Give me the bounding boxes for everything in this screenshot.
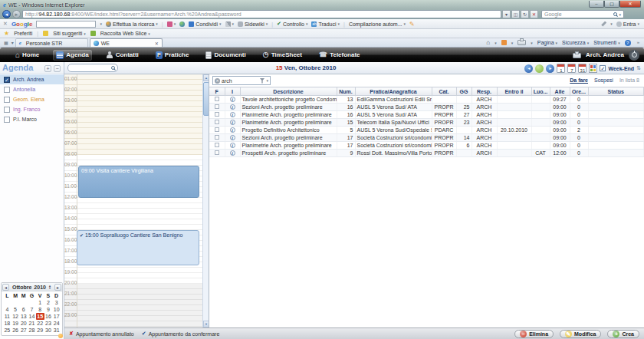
resp-cell[interactable]: ARCH: [472, 134, 497, 142]
nav-item-agenda[interactable]: Agenda: [53, 50, 91, 61]
mini-calendar-day[interactable]: 11: [3, 313, 12, 320]
resp-cell[interactable]: ARCH: [472, 104, 497, 111]
mini-calendar-day[interactable]: 1: [36, 299, 44, 306]
dropdown-caret-icon[interactable]: ▾: [610, 21, 613, 26]
compatibility-icon[interactable]: ◫: [511, 10, 520, 18]
print-icon[interactable]: [518, 40, 526, 45]
gg-cell[interactable]: [456, 127, 472, 134]
bookmark-add-button[interactable]: ▾: [167, 21, 176, 27]
mini-calendar-day[interactable]: 14: [28, 313, 36, 320]
flag-cell[interactable]: [209, 111, 225, 119]
mini-calendar-day[interactable]: [12, 299, 20, 306]
ore-cell[interactable]: 0: [570, 96, 588, 104]
info-icon[interactable]: i: [230, 104, 235, 110]
status-cell[interactable]: [588, 127, 644, 134]
url-field[interactable]: http://94.82.180.68:8400/WE/index.html?s…: [22, 10, 501, 18]
table-row[interactable]: iPlanimetrie Arch. progetto preliminare1…: [209, 111, 644, 119]
maximize-button[interactable]: ▢: [604, 1, 619, 8]
descrizione-cell[interactable]: Planimetrie Arch. progetto preliminare: [240, 111, 337, 119]
sidewiki-button[interactable]: Sidewiki▾: [238, 21, 268, 27]
num-cell[interactable]: 17: [337, 134, 355, 142]
highlighter-pen-icon[interactable]: ✎: [409, 21, 415, 28]
clear-filter-icon[interactable]: ✕: [215, 78, 220, 84]
column-header[interactable]: Cat.: [432, 87, 456, 96]
mini-calendar-day[interactable]: 6: [19, 306, 28, 313]
unchecked-checkbox-icon[interactable]: [4, 87, 10, 93]
search-dropdown-icon[interactable]: ▾: [619, 11, 621, 18]
flag-cell[interactable]: [209, 104, 225, 111]
mini-calendar-day[interactable]: 10: [52, 306, 61, 313]
alle-cell[interactable]: 09:00: [550, 142, 570, 150]
num-cell[interactable]: 15: [337, 119, 355, 127]
info-icon[interactable]: i: [230, 120, 235, 125]
tasks-link-da-fare[interactable]: Da fare: [570, 77, 588, 83]
pratica-cell[interactable]: AUSL 5 Verona Sud/Ospedale S.Anna: [355, 127, 432, 134]
num-cell[interactable]: 16: [337, 104, 355, 111]
calendar-event[interactable]: ✔15:00 Sopralluogo Cantiere San Benigno: [77, 230, 199, 265]
info-cell[interactable]: i: [225, 127, 240, 134]
info-icon[interactable]: i: [230, 112, 235, 117]
ore-cell[interactable]: 2: [570, 127, 588, 134]
alle-cell[interactable]: 09:00: [550, 111, 570, 119]
condividi-button[interactable]: Condividi▾: [189, 21, 221, 27]
dropdown-caret-icon[interactable]: ▾: [531, 41, 533, 45]
pagina-menu[interactable]: Pagina ▾: [537, 40, 557, 45]
pratica-cell[interactable]: EdilGamma Costruzioni Edili Srl/condomin…: [355, 96, 432, 104]
pratica-cell[interactable]: Società Costruzioni srl/condominio 5 pia…: [355, 142, 432, 150]
scrollbar-thumb[interactable]: [203, 82, 209, 116]
pratica-cell[interactable]: Società Costruzioni srl/condominio 5 pia…: [355, 134, 432, 142]
ore-cell[interactable]: 0: [570, 111, 588, 119]
entro-cell[interactable]: [497, 119, 531, 127]
crea-button[interactable]: +Crea: [607, 330, 639, 338]
resp-cell[interactable]: ARCH: [472, 119, 497, 127]
scroll-down-icon[interactable]: ▼: [203, 321, 209, 327]
entro-cell[interactable]: [497, 96, 531, 104]
gg-cell[interactable]: [456, 150, 472, 157]
gg-cell[interactable]: 23: [456, 119, 472, 127]
gg-cell[interactable]: 27: [456, 111, 472, 119]
search-icon[interactable]: [613, 12, 617, 16]
resp-cell[interactable]: ARCH: [472, 127, 497, 134]
strumenti-menu[interactable]: Strumenti ▾: [593, 40, 619, 45]
minimize-button[interactable]: –: [589, 1, 604, 8]
nav-item-timesheet[interactable]: ◷TimeSheet: [260, 50, 305, 60]
cat-cell[interactable]: PROPR: [432, 150, 456, 157]
flag-cell[interactable]: [209, 150, 225, 157]
status-cell[interactable]: [588, 142, 644, 150]
num-cell[interactable]: 17: [337, 142, 355, 150]
column-header[interactable]: Pratica/Anagrafica: [355, 87, 432, 96]
google-input-dropdown-icon[interactable]: ▾: [100, 21, 102, 26]
user-list-item[interactable]: P.I. Marco: [0, 114, 64, 124]
column-header[interactable]: Luo...: [531, 87, 550, 96]
stop-icon[interactable]: ✕: [530, 10, 538, 18]
sidebar-notification-icon[interactable]: [58, 334, 63, 338]
column-header[interactable]: Ore...: [570, 87, 588, 96]
mini-calendar-day[interactable]: 26: [12, 327, 20, 334]
mini-calendar-day[interactable]: 12: [12, 313, 20, 320]
num-cell[interactable]: 16: [337, 111, 355, 119]
info-cell[interactable]: i: [225, 111, 240, 119]
entro-cell[interactable]: [497, 111, 531, 119]
luogo-cell[interactable]: [531, 96, 550, 104]
info-icon[interactable]: i: [230, 97, 235, 102]
num-cell[interactable]: 9: [337, 150, 355, 157]
refresh-icon[interactable]: ↻: [521, 10, 529, 18]
entro-cell[interactable]: [497, 142, 531, 150]
mini-calendar-day[interactable]: 29: [36, 327, 44, 334]
logout-button[interactable]: [629, 50, 639, 61]
mini-calendar-day[interactable]: 7: [28, 306, 36, 313]
luogo-cell[interactable]: [531, 127, 550, 134]
next-day-button[interactable]: ►: [546, 64, 554, 73]
resp-cell[interactable]: ARCH: [472, 142, 497, 150]
column-header[interactable]: GG: [456, 87, 472, 96]
column-header[interactable]: F: [209, 87, 225, 96]
cat-cell[interactable]: PROPR: [432, 142, 456, 150]
tasks-link-sospesi[interactable]: Sospesi: [594, 77, 613, 83]
nav-item-contatti[interactable]: Contatti: [103, 50, 142, 60]
info-cell[interactable]: i: [225, 150, 240, 157]
share-globe-button[interactable]: [179, 21, 185, 27]
checked-checkbox-icon[interactable]: ✓: [4, 77, 10, 83]
mini-calendar-day[interactable]: 17: [52, 313, 61, 320]
mini-calendar-day[interactable]: 22: [36, 320, 44, 327]
table-row[interactable]: iPlanimetrie Arch. progetto preliminare1…: [209, 142, 644, 150]
